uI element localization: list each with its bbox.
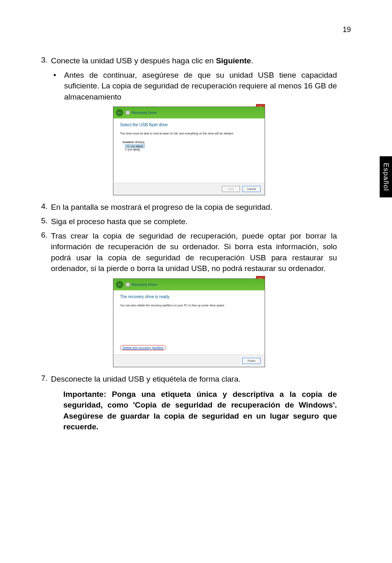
step-3: 3. Conecte la unidad USB y después haga … — [41, 56, 337, 67]
drive-item[interactable]: I:\ (no label) — [125, 148, 258, 151]
step-text: Tras crear la copia de seguridad de recu… — [51, 231, 337, 274]
step-text: En la pantalla se mostrará el progreso d… — [51, 202, 337, 213]
step-7: 7. Desconecte la unidad USB y etiquétela… — [41, 374, 337, 385]
dialog-instruction: The drive must be able to hold at least … — [120, 132, 258, 135]
step-3-bullet: • Antes de continuar, asegúrese de que s… — [53, 70, 337, 103]
text-bold: Siguiente — [216, 56, 251, 65]
step-number: 6. — [41, 231, 51, 274]
step-text: Conecte la unidad USB y después haga cli… — [51, 56, 337, 67]
dialog-title: Recovery Drive — [131, 283, 157, 287]
bullet-text: Antes de continuar, asegúrese de que su … — [64, 70, 337, 103]
text-part: Conecte la unidad USB y después haga cli… — [51, 56, 216, 65]
cancel-button[interactable]: Cancel — [242, 186, 261, 192]
dialog-titlebar: ← Recovery Drive — [113, 107, 265, 118]
bullet-dot: • — [53, 70, 64, 103]
recovery-drive-dialog-ready: × ← Recovery Drive The recovery drive is… — [113, 278, 265, 367]
language-tab: Español — [380, 156, 392, 197]
available-drives-label: Available drive(s) — [122, 141, 258, 144]
dialog-titlebar: ← Recovery Drive — [113, 279, 265, 290]
recovery-drive-dialog-select: × ← Recovery Drive Select the USB flash … — [113, 107, 265, 195]
drive-list: Available drive(s) H:\ (no label) I:\ (n… — [122, 141, 258, 151]
dialog-footer: Finish — [113, 354, 265, 367]
step-number: 5. — [41, 216, 51, 227]
step-6: 6. Tras crear la copia de seguridad de r… — [41, 231, 337, 274]
dialog-body: The recovery drive is ready You can also… — [113, 290, 265, 367]
step-5: 5. Siga el proceso hasta que se complete… — [41, 216, 337, 227]
step-4: 4. En la pantalla se mostrará el progres… — [41, 202, 337, 213]
delete-recovery-partition-link[interactable]: Delete the recovery partition — [120, 345, 166, 350]
dialog-instruction: You can also delete the recovery partiti… — [120, 304, 258, 307]
app-icon — [126, 283, 130, 287]
step-number: 4. — [41, 202, 51, 213]
dialog-title: Recovery Drive — [131, 111, 157, 115]
step-number: 7. — [41, 374, 51, 385]
drive-item-selected[interactable]: H:\ (no label) — [125, 144, 258, 148]
finish-button[interactable]: Finish — [242, 358, 261, 364]
page-content: 3. Conecte la unidad USB y después haga … — [41, 56, 337, 433]
dialog-2-wrap: × ← Recovery Drive The recovery drive is… — [41, 278, 337, 367]
dialog-1-wrap: × ← Recovery Drive Select the USB flash … — [41, 107, 337, 195]
language-tab-label: Español — [382, 163, 390, 191]
step-number: 3. — [41, 56, 51, 67]
dialog-heading: Select the USB flash drive — [120, 123, 258, 127]
step-text: Siga el proceso hasta que se complete. — [51, 216, 337, 227]
dialog-heading: The recovery drive is ready — [120, 294, 258, 299]
important-note: Importante: Ponga una etiqueta única y d… — [63, 389, 337, 433]
step-text: Desconecte la unidad USB y etiquétela de… — [51, 374, 337, 385]
drive-h: H:\ (no label) — [125, 144, 145, 148]
back-icon[interactable]: ← — [116, 109, 123, 116]
next-button[interactable]: Next — [222, 186, 240, 192]
dialog-body: Select the USB flash drive The drive mus… — [113, 118, 265, 195]
dialog-footer: Next Cancel — [113, 183, 265, 195]
app-icon — [126, 111, 130, 115]
page-number: 19 — [343, 25, 351, 34]
back-icon[interactable]: ← — [116, 281, 123, 288]
text-part: . — [251, 56, 253, 65]
